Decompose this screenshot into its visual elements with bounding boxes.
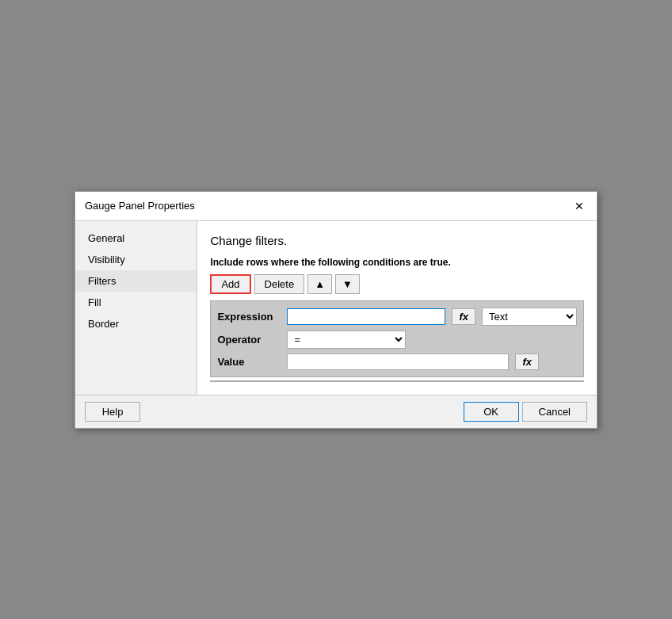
add-button[interactable]: Add [210,274,250,294]
expression-row: Expression fx Text Integer Float Date Bo… [217,308,577,326]
move-up-button[interactable]: ▲ [307,274,332,294]
footer-right: OK Cancel [464,402,587,422]
operator-label: Operator [217,334,281,346]
value-fx-button[interactable]: fx [515,353,539,370]
dialog-title: Gauge Panel Properties [85,200,195,212]
sidebar-item-border[interactable]: Border [75,313,197,334]
type-select[interactable]: Text Integer Float Date Boolean [482,308,577,326]
footer-left: Help [85,402,140,422]
instruction-text: Include rows where the following conditi… [210,257,584,268]
value-row: Value fx [217,353,577,370]
sidebar-item-filters[interactable]: Filters [75,270,197,292]
value-label: Value [217,356,281,368]
sidebar-item-general[interactable]: General [75,227,197,249]
cancel-button[interactable]: Cancel [522,402,587,422]
operator-row: Operator = <> < <= > >= Like In [217,331,577,349]
sidebar-item-visibility[interactable]: Visibility [75,249,197,270]
title-bar: Gauge Panel Properties ✕ [75,192,597,221]
down-arrow-icon: ▼ [342,278,353,290]
filter-grid: Expression fx Text Integer Float Date Bo… [210,300,584,377]
sidebar-item-fill[interactable]: Fill [75,292,197,313]
filter-content-area [210,380,584,382]
value-input[interactable] [287,353,509,370]
main-panel: Change filters. Include rows where the f… [197,221,597,395]
ok-button[interactable]: OK [464,402,519,422]
dialog-footer: Help OK Cancel [75,395,597,428]
expression-input[interactable] [287,308,445,325]
filter-toolbar: Add Delete ▲ ▼ [210,274,584,294]
up-arrow-icon: ▲ [315,278,325,290]
move-down-button[interactable]: ▼ [335,274,360,294]
sidebar: General Visibility Filters Fill Border [75,221,197,395]
expression-label: Expression [217,311,281,323]
delete-button[interactable]: Delete [254,274,305,294]
panel-title: Change filters. [210,234,584,247]
dialog-body: General Visibility Filters Fill Border C… [75,221,597,395]
expression-fx-button[interactable]: fx [452,308,475,325]
gauge-panel-properties-dialog: Gauge Panel Properties ✕ General Visibil… [74,191,598,429]
operator-select[interactable]: = <> < <= > >= Like In [287,331,406,349]
close-button[interactable]: ✕ [571,198,587,214]
help-button[interactable]: Help [85,402,140,422]
